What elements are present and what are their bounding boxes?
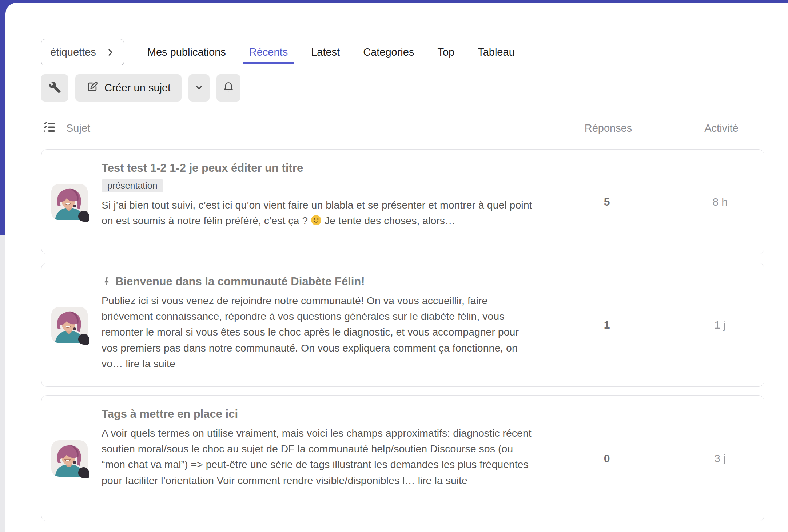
- nav-item-mes-publications[interactable]: Mes publications: [147, 46, 226, 58]
- nav-item-latest[interactable]: Latest: [311, 46, 340, 58]
- pen-square-icon: [86, 80, 99, 95]
- replies-count: 5: [554, 150, 660, 254]
- topic-title[interactable]: Tags à mettre en place ici: [102, 408, 533, 421]
- sujet-column-label[interactable]: Sujet: [66, 122, 90, 134]
- nav-item-recents[interactable]: Récents: [249, 46, 288, 58]
- bell-icon: [222, 81, 235, 95]
- topic-main: Bienvenue dans la communauté Diabète Fél…: [102, 275, 533, 372]
- chevron-right-icon: [106, 48, 115, 57]
- tag-filter-label: étiquettes: [50, 46, 96, 58]
- replies-count: 1: [554, 263, 660, 386]
- replies-count: 0: [554, 396, 660, 521]
- nav-item-tableau[interactable]: Tableau: [478, 46, 515, 58]
- topic-row[interactable]: Test test 1-2 1-2 je peux éditer un titr…: [41, 149, 764, 254]
- avatar-flair-badge: [78, 467, 89, 478]
- main-panel: étiquettes Mes publications Récents Late…: [5, 3, 788, 532]
- discourse-topic-list-page: étiquettes Mes publications Récents Late…: [0, 0, 788, 532]
- topic-toolbar: Créer un sujet: [41, 74, 240, 102]
- activity-age: 1 j: [665, 263, 775, 386]
- read-more-link[interactable]: lire la suite: [126, 358, 175, 369]
- list-header-topic: Sujet: [43, 120, 90, 136]
- frame-top-strip: [0, 0, 788, 3]
- topic-row[interactable]: Bienvenue dans la communauté Diabète Fél…: [41, 263, 764, 387]
- nav-item-top[interactable]: Top: [437, 46, 454, 58]
- frame-left-strip: [0, 0, 5, 235]
- topic-excerpt: Si j’ai bien tout suivi, c’est ici qu’on…: [102, 197, 533, 229]
- slightly-smiling-face-emoji: [311, 214, 322, 225]
- topic-list-nav: étiquettes Mes publications Récents Late…: [41, 39, 515, 65]
- topic-tag[interactable]: présentation: [102, 179, 163, 192]
- create-topic-label: Créer un sujet: [104, 82, 171, 94]
- avatar-flair-badge: [78, 211, 89, 222]
- avatar-flair-badge: [78, 334, 89, 345]
- topic-main: Tags à mettre en place ici A voir quels …: [102, 408, 533, 488]
- topic-list-menu-button[interactable]: [188, 74, 210, 102]
- notifications-button[interactable]: [216, 74, 240, 102]
- activity-column-label[interactable]: Activité: [667, 120, 776, 136]
- topic-main: Test test 1-2 1-2 je peux éditer un titr…: [102, 162, 533, 229]
- wrench-icon: [49, 81, 61, 95]
- create-topic-button[interactable]: Créer un sujet: [75, 74, 182, 102]
- avatar[interactable]: [51, 184, 88, 220]
- frame-left-strip-lower: [0, 235, 5, 532]
- avatar[interactable]: [51, 307, 88, 343]
- pushpin-icon: [102, 277, 112, 287]
- activity-age: 3 j: [665, 396, 775, 521]
- topic-excerpt: Publiez ici si vous venez de rejoindre n…: [102, 293, 533, 372]
- admin-wrench-button[interactable]: [41, 74, 68, 102]
- activity-age: 8 h: [665, 150, 775, 254]
- task-list-icon[interactable]: [43, 120, 56, 136]
- topic-title[interactable]: Bienvenue dans la communauté Diabète Fél…: [102, 275, 533, 288]
- chevron-down-icon: [194, 82, 204, 94]
- replies-column-label[interactable]: Réponses: [556, 120, 661, 136]
- read-more-link[interactable]: lire la suite: [418, 475, 467, 486]
- topic-row[interactable]: Tags à mettre en place ici A voir quels …: [41, 395, 764, 521]
- tag-filter-dropdown[interactable]: étiquettes: [41, 39, 124, 65]
- nav-item-categories[interactable]: Categories: [363, 46, 414, 58]
- avatar[interactable]: [51, 440, 88, 477]
- topic-title[interactable]: Test test 1-2 1-2 je peux éditer un titr…: [102, 162, 533, 175]
- topic-excerpt: A voir quels termes on utilise vraiment,…: [102, 425, 533, 488]
